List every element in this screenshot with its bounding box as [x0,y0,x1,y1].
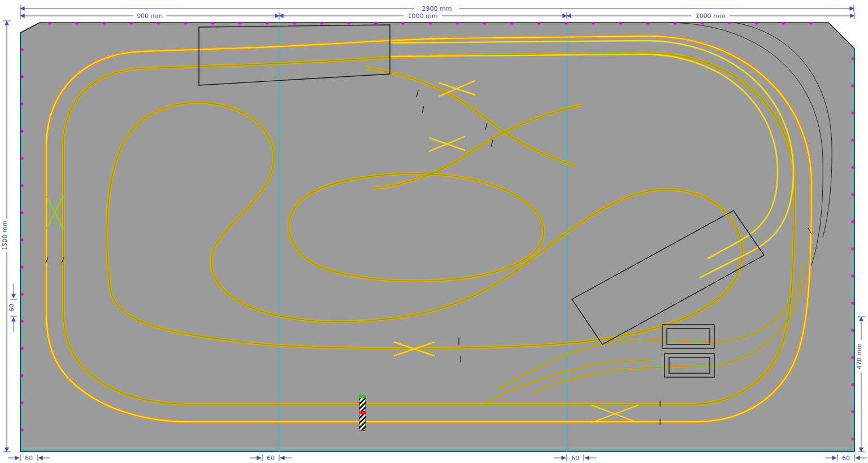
dimension-right-partial: 470 mm [856,317,865,452]
dim-label-section-right: 1000 mm [696,12,726,20]
track-plan-canvas: 2900 mm 900 mm 1000 mm 1000 mm 1500 mm 6… [0,0,868,463]
dim-label-total: 2900 mm [422,5,452,12]
dimension-margin-bottom-right: 60 [825,455,867,462]
dimension-section-middle: 1000 mm [279,12,567,20]
dim-label-height: 1500 mm [1,221,8,251]
dim-label-margin-left: 60 [8,304,15,312]
dim-label-margin-b1: 60 [25,455,33,462]
dimension-margin-left: 60 [8,283,17,332]
dim-label-margin-b3: 60 [571,455,579,462]
dim-label-section-middle: 1000 mm [408,12,438,20]
dim-label-margin-b2: 60 [267,455,275,462]
dim-label-section-left: 900 mm [137,12,163,20]
dimension-section-left: 900 mm [20,12,279,20]
dimension-margin-bottom-mid-left: 60 [250,455,292,462]
dimension-total-width: 2900 mm [20,5,854,12]
dimension-board-height: 1500 mm [1,21,11,452]
plan-svg: 2900 mm 900 mm 1000 mm 1000 mm 1500 mm 6… [0,0,868,463]
dimension-margin-bottom-left: 60 [8,455,50,462]
dim-label-right-partial: 470 mm [856,343,863,369]
dimension-section-right: 1000 mm [567,12,854,20]
dim-label-margin-b4: 60 [842,455,850,462]
scale-ruler [359,395,366,430]
dimension-margin-bottom-mid-right: 60 [554,455,596,462]
